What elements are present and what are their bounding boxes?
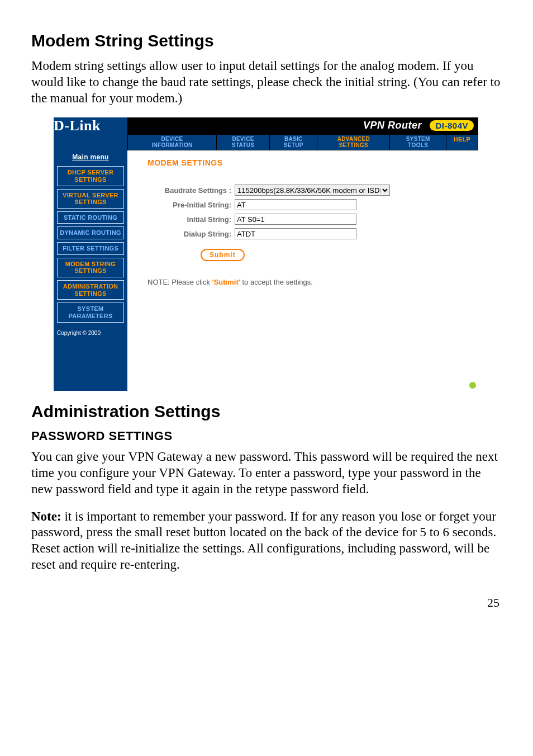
paragraph-password-note: Note: it is important to remember your p… (31, 509, 505, 573)
tab-basic-setup[interactable]: BASIC SETUP (270, 135, 317, 150)
baudrate-label: Baudrate Settings : (147, 186, 235, 195)
tab-help[interactable]: HELP (446, 135, 478, 150)
sidebar-item-virtual-server-settings[interactable]: VIRTUAL SERVER SETTINGS (57, 189, 124, 209)
sidebar-item-modem-string-settings[interactable]: MODEM STRING SETTINGS (57, 258, 124, 277)
heading-modem-string-settings: Modem String Settings (31, 31, 505, 50)
baudrate-select[interactable]: 115200bps(28.8K/33/6K/56K modem or ISDN … (235, 185, 390, 196)
paragraph-password: You can give your VPN Gateway a new pass… (31, 449, 505, 497)
sidebar-item-administration-settings[interactable]: ADMINISTRATION SETTINGS (57, 280, 124, 300)
router-admin-screenshot: D-Link VPN Router DI-804V DEVICE INFORMA… (54, 117, 478, 391)
tab-advanced-settings[interactable]: ADVANCED SETTINGS (317, 135, 390, 150)
submit-note-em: 'Submit' (212, 278, 240, 286)
tab-device-status[interactable]: DEVICE STATUS (216, 135, 269, 150)
note-label: Note: (31, 509, 61, 523)
sidebar: Main menu DHCP SERVER SETTINGS VIRTUAL S… (54, 150, 127, 342)
main-title: MODEM SETTINGS (147, 158, 468, 183)
tab-device-information[interactable]: DEVICE INFORMATION (128, 135, 217, 150)
dialup-string-label: Dialup String: (147, 230, 235, 238)
brand-logo: D-Link (54, 117, 101, 134)
sidebar-item-static-routing[interactable]: STATIC ROUTING (57, 211, 124, 224)
submit-button[interactable]: Submit (201, 249, 245, 261)
top-tab-bar: DEVICE INFORMATION DEVICE STATUS BASIC S… (127, 134, 478, 150)
note-text: it is important to remember your passwor… (31, 509, 496, 571)
main-panel: MODEM SETTINGS Baudrate Settings : 11520… (127, 150, 478, 391)
submit-note-pre: NOTE: Please click (147, 278, 212, 286)
router-header: VPN Router DI-804V (127, 117, 478, 134)
heading-administration-settings: Administration Settings (31, 402, 505, 421)
router-model-badge: DI-804V (430, 120, 474, 131)
submit-note-post: to accept the settings. (240, 278, 313, 286)
sidebar-main-menu-label: Main menu (57, 152, 124, 163)
sidebar-copyright: Copyright © 2000 (57, 325, 124, 338)
dialup-string-input[interactable] (235, 228, 356, 239)
heading-password-settings: PASSWORD SETTINGS (31, 429, 505, 443)
router-header-label: VPN Router (363, 120, 422, 131)
sidebar-item-dynamic-routing[interactable]: DYNAMIC ROUTING (57, 226, 124, 239)
page-number: 25 (31, 596, 505, 610)
sidebar-item-system-parameters[interactable]: SYSTEM PARAMETERS (57, 303, 124, 322)
sidebar-item-dhcp-server-settings[interactable]: DHCP SERVER SETTINGS (57, 166, 124, 186)
tab-system-tools[interactable]: SYSTEM TOOLS (390, 135, 446, 150)
paragraph-modem-intro: Modem string settings allow user to inpu… (31, 58, 505, 106)
pre-initial-string-input[interactable] (235, 199, 356, 210)
submit-note: NOTE: Please click 'Submit' to accept th… (147, 270, 468, 294)
sidebar-item-filter-settings[interactable]: FILTER SETTINGS (57, 242, 124, 255)
pre-initial-string-label: Pre-Initial String: (147, 201, 235, 209)
corner-indicator-icon (469, 382, 476, 389)
initial-string-input[interactable] (235, 214, 356, 225)
initial-string-label: Initial String: (147, 215, 235, 224)
